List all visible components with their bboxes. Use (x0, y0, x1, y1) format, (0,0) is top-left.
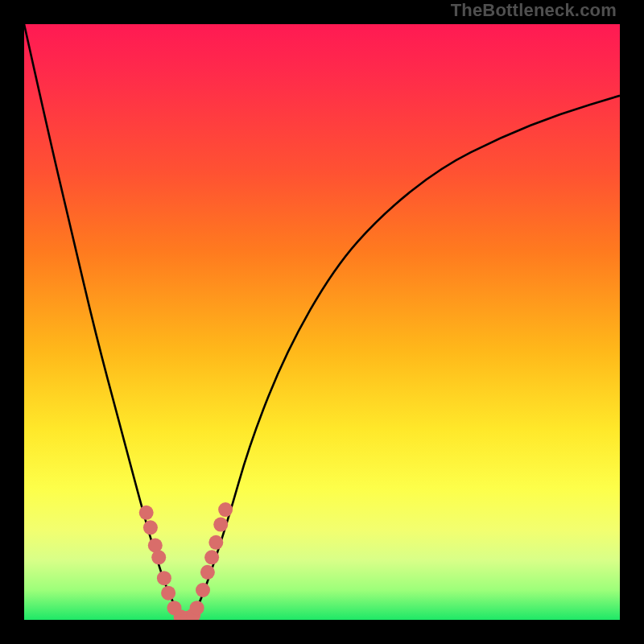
curve-marker (213, 518, 228, 532)
curve-marker (190, 601, 204, 615)
curve-marker (204, 550, 219, 564)
curve-marker (139, 506, 154, 520)
curve-marker (208, 535, 223, 550)
curve-marker (196, 583, 210, 597)
curve-marker (143, 520, 158, 535)
curve-svg (24, 24, 620, 620)
curve-marker (157, 571, 171, 585)
curve-marker (151, 550, 166, 564)
curve-marker (200, 565, 215, 580)
curve-marker (161, 586, 175, 601)
chart-frame: TheBottleneck.com (0, 0, 644, 644)
watermark-text: TheBottleneck.com (451, 0, 617, 21)
plot-area (24, 24, 620, 620)
bottleneck-curve (24, 24, 620, 617)
curve-markers (139, 502, 233, 620)
curve-marker (218, 502, 233, 517)
